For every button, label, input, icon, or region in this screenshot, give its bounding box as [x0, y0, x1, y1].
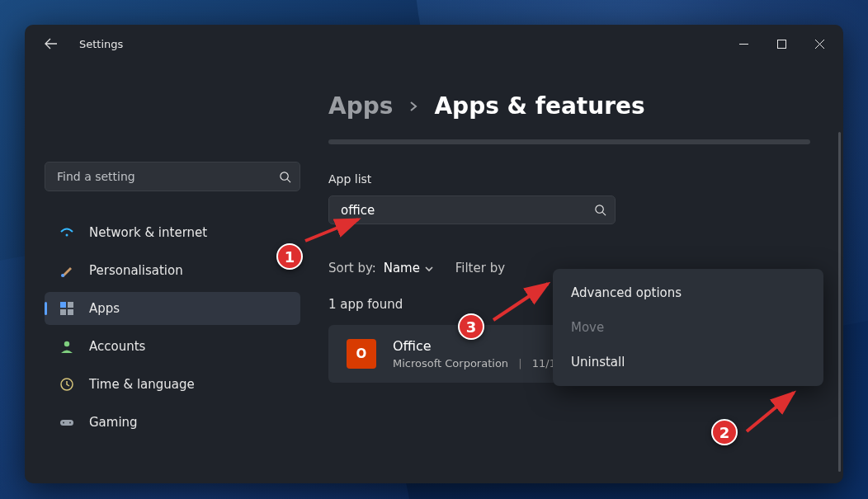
sidebar-item-apps[interactable]: Apps: [45, 292, 300, 325]
find-setting-input[interactable]: Find a setting: [45, 162, 300, 191]
window-minimize-button[interactable]: [724, 25, 762, 63]
svg-rect-4: [60, 302, 66, 308]
sidebar-item-personalisation[interactable]: Personalisation: [45, 254, 300, 287]
minimize-icon: [739, 40, 748, 49]
maximize-icon: [777, 40, 786, 49]
back-button[interactable]: [41, 34, 61, 54]
annotation-arrow-3: [488, 279, 554, 324]
titlebar: Settings: [25, 25, 843, 63]
window-maximize-button[interactable]: [762, 25, 800, 63]
svg-rect-7: [68, 309, 73, 315]
sidebar-item-gaming[interactable]: Gaming: [45, 406, 300, 439]
svg-point-11: [63, 422, 64, 424]
sidebar-item-accounts[interactable]: Accounts: [45, 330, 300, 363]
app-list-heading: App list: [328, 172, 810, 186]
sidebar-item-network[interactable]: Network & internet: [45, 216, 300, 249]
wifi-icon: [59, 225, 74, 240]
app-title: Settings: [79, 38, 123, 50]
svg-rect-10: [60, 420, 73, 426]
gamepad-icon: [59, 415, 74, 430]
svg-rect-5: [68, 302, 73, 308]
separator: |: [518, 357, 521, 370]
sidebar-item-label: Apps: [89, 301, 120, 316]
app-row-publisher: Microsoft Corporation: [393, 357, 508, 370]
brush-icon: [59, 263, 74, 278]
settings-window: Settings Find a setting: [25, 25, 843, 483]
sidebar-item-label: Time & language: [89, 377, 195, 392]
app-list-search-value: office: [341, 203, 594, 218]
search-icon: [594, 204, 606, 216]
sidebar-item-time-language[interactable]: Time & language: [45, 368, 300, 401]
sidebar-item-label: Network & internet: [89, 225, 207, 240]
svg-point-2: [66, 234, 68, 237]
sidebar-nav: Network & internet Personalisation Apps: [45, 216, 300, 439]
svg-point-13: [596, 205, 603, 213]
annotation-arrow-2: [743, 386, 800, 435]
menu-item-advanced-options[interactable]: Advanced options: [553, 275, 823, 310]
app-list-search-input[interactable]: office: [328, 195, 616, 224]
progress-placeholder: [328, 139, 810, 144]
annotation-arrow-1: [299, 214, 365, 247]
sidebar-item-label: Gaming: [89, 415, 138, 430]
window-close-button[interactable]: [800, 25, 838, 63]
svg-point-1: [281, 172, 288, 179]
svg-rect-6: [60, 309, 66, 315]
clock-icon: [59, 377, 74, 392]
office-app-icon: O: [347, 339, 376, 369]
svg-point-8: [64, 341, 69, 346]
menu-item-uninstall[interactable]: Uninstall: [553, 345, 823, 379]
sidebar-item-label: Accounts: [89, 339, 145, 354]
breadcrumb-parent[interactable]: Apps: [328, 92, 393, 120]
find-setting-placeholder: Find a setting: [57, 170, 279, 183]
search-icon: [279, 171, 291, 183]
apps-icon: [59, 301, 74, 316]
close-icon: [815, 40, 824, 49]
app-context-menu: Advanced options Move Uninstall: [553, 269, 823, 386]
chevron-down-icon: [424, 264, 434, 274]
breadcrumb-current: Apps & features: [434, 92, 644, 120]
person-icon: [59, 339, 74, 354]
svg-point-3: [61, 274, 64, 277]
sort-by-button[interactable]: Sort by: Name: [328, 261, 434, 275]
back-arrow-icon: [45, 37, 58, 50]
sidebar: Find a setting Network & internet Person…: [25, 63, 315, 483]
chevron-right-icon: [408, 101, 419, 112]
sidebar-item-label: Personalisation: [89, 263, 183, 278]
svg-rect-0: [777, 40, 785, 48]
menu-item-move: Move: [553, 310, 823, 345]
filter-by-button[interactable]: Filter by: [455, 261, 505, 275]
breadcrumb: Apps Apps & features: [328, 92, 810, 120]
svg-point-12: [69, 422, 71, 424]
scrollbar[interactable]: [838, 132, 841, 472]
